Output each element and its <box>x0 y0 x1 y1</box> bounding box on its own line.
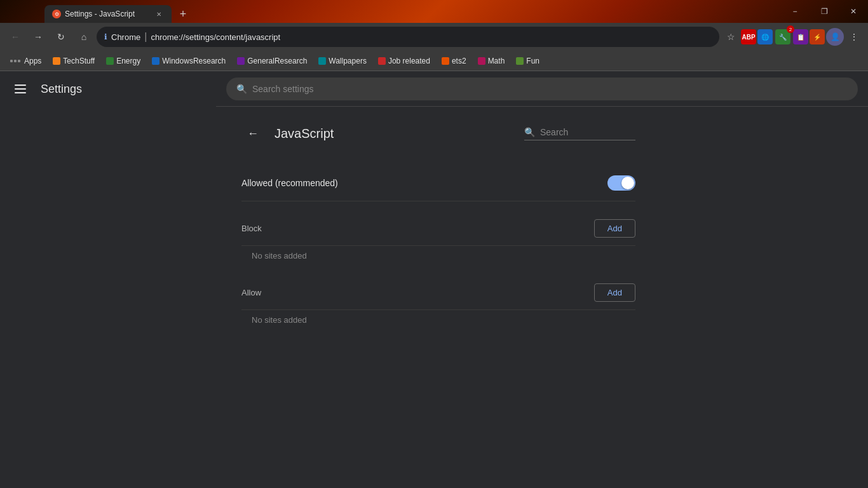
extension3-icon[interactable]: 🔧 2 <box>774 28 792 46</box>
bookmark-energy[interactable]: Energy <box>101 54 146 68</box>
search-icon: 🔍 <box>236 84 247 94</box>
menu-bar-3 <box>15 92 26 93</box>
tab-title: Settings - JavaScript <box>65 10 150 18</box>
minimize-button[interactable]: − <box>780 0 810 23</box>
bookmark-ets2[interactable]: ets2 <box>437 54 471 68</box>
bookmark-generalresearch-favicon <box>237 57 245 65</box>
block-section-header: Block Add <box>241 219 635 238</box>
back-to-settings-button[interactable]: ← <box>241 122 264 145</box>
bookmark-apps[interactable]: Apps <box>5 54 46 68</box>
allow-section-header: Allow Add <box>241 283 635 302</box>
close-button[interactable]: ✕ <box>839 0 868 23</box>
bookmarks-bar: Apps TechStuff Energy WindowsResearch Ge… <box>0 51 868 71</box>
allow-section: Allow Add No sites added <box>241 283 635 330</box>
bookmark-ets2-favicon <box>442 57 449 65</box>
bookmark-energy-favicon <box>106 57 114 65</box>
adblock-extension-icon[interactable]: ABP <box>741 29 756 44</box>
bookmark-wallpapers-label: Wallpapers <box>329 57 367 65</box>
sidebar-menu-icon[interactable] <box>10 79 31 99</box>
window-controls: − ❐ ✕ <box>780 0 868 23</box>
app-layout: Settings 🔍 ← JavaScript 🔍 <box>0 71 868 488</box>
content-search-icon: 🔍 <box>524 127 535 137</box>
sidebar: Settings <box>0 71 216 488</box>
bookmark-windowsresearch-label: WindowsResearch <box>162 57 226 65</box>
chrome-menu-button[interactable]: ⋮ <box>845 28 863 46</box>
restore-button[interactable]: ❐ <box>810 0 839 23</box>
bookmark-windowsresearch[interactable]: WindowsResearch <box>147 54 231 68</box>
sidebar-header: Settings <box>0 71 216 107</box>
bookmark-generalresearch[interactable]: GeneralResearch <box>232 54 312 68</box>
bookmark-apps-label: Apps <box>24 57 41 65</box>
address-bar[interactable]: ℹ Chrome | chrome://settings/content/jav… <box>97 27 719 47</box>
bookmark-math-label: Math <box>488 57 505 65</box>
back-button[interactable]: ← <box>5 27 25 47</box>
bookmark-jobreleated-favicon <box>378 57 386 65</box>
bookmark-math[interactable]: Math <box>473 54 510 68</box>
search-input[interactable] <box>252 84 848 94</box>
allow-add-button[interactable]: Add <box>594 283 635 302</box>
content-area: ← JavaScript 🔍 Allowed (recommended) <box>216 107 868 488</box>
bookmark-techstuff-label: TechStuff <box>63 57 95 65</box>
titlebar: ⚙ Settings - JavaScript ✕ + − ❐ ✕ <box>0 0 868 23</box>
bookmark-wallpapers-favicon <box>318 57 326 65</box>
block-add-button[interactable]: Add <box>594 219 635 238</box>
bookmark-generalresearch-label: GeneralResearch <box>247 57 307 65</box>
block-section: Block Add No sites added <box>241 219 635 266</box>
main-area: 🔍 ← JavaScript 🔍 Allowed (recommende <box>216 71 868 488</box>
profile-avatar[interactable]: 👤 <box>826 28 844 46</box>
bookmark-jobreleated-label: Job releated <box>388 57 430 65</box>
bookmark-button[interactable]: ☆ <box>722 28 740 46</box>
content-search-box[interactable]: 🔍 <box>524 127 635 140</box>
extension4-icon[interactable]: 📋 <box>793 29 808 44</box>
allow-no-sites-message: No sites added <box>241 310 635 330</box>
allowed-toggle-row: Allowed (recommended) <box>241 165 635 201</box>
toolbar-icons: ☆ ABP 🌐 🔧 2 📋 ⚡ 👤 ⋮ <box>722 28 863 46</box>
reload-button[interactable]: ↻ <box>51 27 71 47</box>
bookmark-windowsresearch-favicon <box>152 57 159 65</box>
bookmark-fun-favicon <box>516 57 524 65</box>
tab-close-button[interactable]: ✕ <box>154 9 164 19</box>
bookmark-math-favicon <box>478 57 485 65</box>
settings-search-bar: 🔍 <box>216 71 868 107</box>
allow-section-title: Allow <box>241 288 261 297</box>
address-separator: | <box>144 31 147 43</box>
bookmark-wallpapers[interactable]: Wallpapers <box>313 54 372 68</box>
forward-button[interactable]: → <box>28 27 48 47</box>
address-brand: Chrome <box>111 32 140 42</box>
content-inner: ← JavaScript 🔍 Allowed (recommended) <box>216 107 661 345</box>
tab-favicon: ⚙ <box>52 10 61 18</box>
page-header: ← JavaScript 🔍 <box>241 122 635 145</box>
bookmark-energy-label: Energy <box>116 57 140 65</box>
search-box[interactable]: 🔍 <box>226 78 858 100</box>
block-section-title: Block <box>241 224 262 233</box>
allowed-toggle[interactable] <box>607 175 635 191</box>
new-tab-button[interactable]: + <box>174 5 192 23</box>
menu-bar-1 <box>15 85 26 86</box>
menu-bar-2 <box>15 88 26 90</box>
allowed-label: Allowed (recommended) <box>241 178 338 188</box>
bookmark-jobreleated[interactable]: Job releated <box>373 54 435 68</box>
bookmark-techstuff-favicon <box>53 57 60 65</box>
toolbar: ← → ↻ ⌂ ℹ Chrome | chrome://settings/con… <box>0 23 868 51</box>
bookmark-ets2-label: ets2 <box>452 57 466 65</box>
sidebar-title: Settings <box>41 83 82 96</box>
toggle-knob <box>621 177 634 189</box>
bookmark-fun-label: Fun <box>526 57 539 65</box>
home-button[interactable]: ⌂ <box>74 27 94 47</box>
extension2-icon[interactable]: 🌐 <box>757 29 773 44</box>
active-tab[interactable]: ⚙ Settings - JavaScript ✕ <box>44 5 172 23</box>
content-search-input[interactable] <box>540 127 635 137</box>
page-title: JavaScript <box>275 126 514 141</box>
extension5-icon[interactable]: ⚡ <box>810 29 825 44</box>
tab-strip: ⚙ Settings - JavaScript ✕ + <box>0 0 192 23</box>
bookmark-techstuff[interactable]: TechStuff <box>48 54 100 68</box>
block-no-sites-message: No sites added <box>241 246 635 266</box>
extension3-badge: 2 <box>787 25 794 33</box>
address-lock-icon: ℹ <box>104 32 107 41</box>
address-url: chrome://settings/content/javascript <box>151 32 280 42</box>
bookmark-fun[interactable]: Fun <box>511 54 545 68</box>
